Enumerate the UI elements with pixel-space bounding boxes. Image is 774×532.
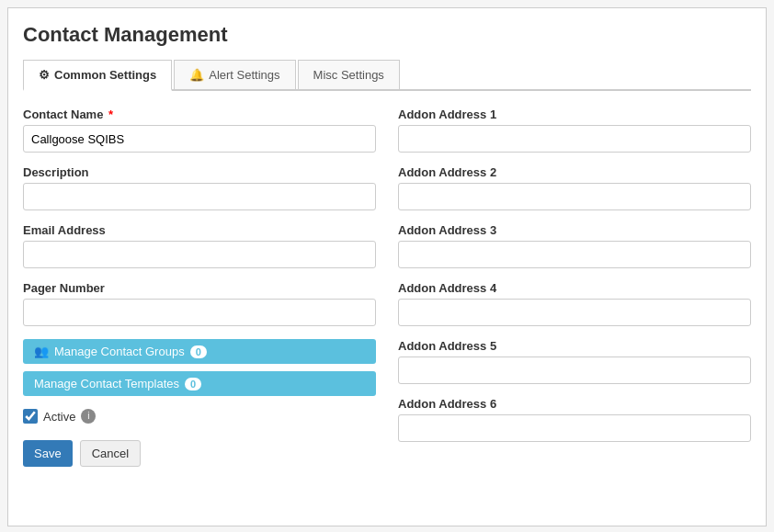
save-row: Save Cancel: [23, 440, 376, 467]
addon5-input[interactable]: [398, 357, 751, 384]
gear-icon: ⚙: [39, 68, 50, 82]
form-right-column: Addon Address 1 Addon Address 2 Addon Ad…: [398, 108, 751, 467]
addon2-group: Addon Address 2: [398, 165, 751, 210]
addon1-group: Addon Address 1: [398, 108, 751, 153]
addon2-input[interactable]: [398, 183, 751, 210]
active-row: Active i: [23, 409, 376, 424]
tab-common-settings[interactable]: ⚙ Common Settings: [23, 60, 172, 91]
users-icon: 👥: [34, 345, 49, 358]
addon3-group: Addon Address 3: [398, 223, 751, 268]
addon6-input[interactable]: [398, 414, 751, 442]
pager-number-group: Pager Number: [23, 281, 376, 326]
addon6-label: Addon Address 6: [398, 397, 751, 411]
contact-name-group: Contact Name *: [23, 108, 376, 153]
pager-number-input[interactable]: [23, 299, 376, 326]
tabs-bar: ⚙ Common Settings 🔔 Alert Settings Misc …: [23, 60, 751, 91]
required-star: *: [108, 108, 113, 121]
page-wrapper: Contact Management ⚙ Common Settings 🔔 A…: [7, 7, 767, 526]
email-address-label: Email Address: [23, 223, 376, 237]
addon3-label: Addon Address 3: [398, 223, 751, 237]
addon5-group: Addon Address 5: [398, 339, 751, 384]
contact-name-label: Contact Name *: [23, 108, 376, 121]
description-label: Description: [23, 165, 376, 179]
info-icon[interactable]: i: [81, 409, 96, 424]
addon3-input[interactable]: [398, 241, 751, 268]
addon4-input[interactable]: [398, 299, 751, 326]
manage-contact-templates-badge: 0: [185, 378, 201, 391]
email-address-input[interactable]: [23, 241, 376, 268]
active-checkbox[interactable]: [23, 409, 38, 424]
contact-name-input[interactable]: [23, 125, 376, 153]
pager-number-label: Pager Number: [23, 281, 376, 295]
description-group: Description: [23, 165, 376, 210]
addon4-label: Addon Address 4: [398, 281, 751, 295]
page-title: Contact Management: [23, 23, 751, 47]
addon5-label: Addon Address 5: [398, 339, 751, 353]
description-input[interactable]: [23, 183, 376, 210]
addon1-label: Addon Address 1: [398, 108, 751, 121]
addon2-label: Addon Address 2: [398, 165, 751, 179]
save-button[interactable]: Save: [23, 440, 73, 467]
bell-icon: 🔔: [189, 68, 204, 82]
addon4-group: Addon Address 4: [398, 281, 751, 326]
tab-alert-settings[interactable]: 🔔 Alert Settings: [174, 60, 295, 89]
manage-contact-templates-button[interactable]: Manage Contact Templates 0: [23, 371, 376, 396]
cancel-button[interactable]: Cancel: [80, 440, 141, 467]
addon1-input[interactable]: [398, 125, 751, 153]
tab-misc-settings[interactable]: Misc Settings: [298, 60, 400, 89]
action-buttons: 👥 Manage Contact Groups 0 Manage Contact…: [23, 339, 376, 396]
addon6-group: Addon Address 6: [398, 397, 751, 442]
form-grid: Contact Name * Description Email Address…: [23, 108, 751, 467]
form-left-column: Contact Name * Description Email Address…: [23, 108, 376, 467]
manage-contact-groups-button[interactable]: 👥 Manage Contact Groups 0: [23, 339, 376, 364]
email-address-group: Email Address: [23, 223, 376, 268]
active-label: Active: [43, 410, 75, 424]
manage-contact-groups-badge: 0: [190, 345, 207, 358]
